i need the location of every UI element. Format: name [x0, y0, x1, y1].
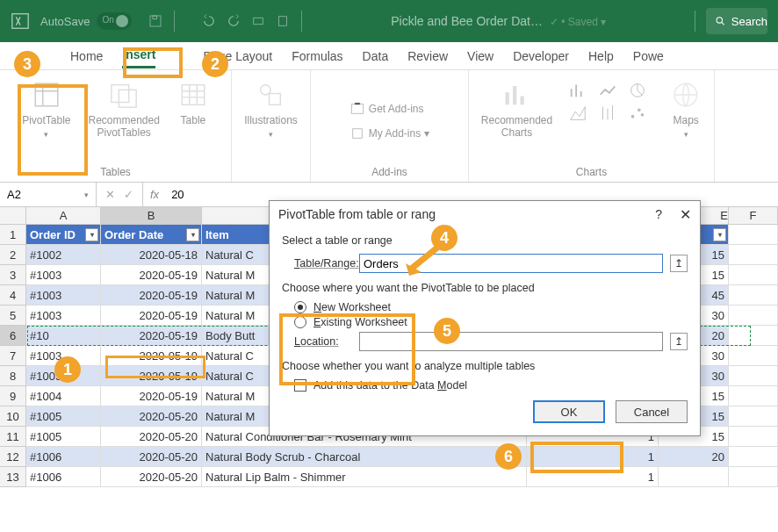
existing-worksheet-radio[interactable]: Existing Worksheet: [294, 316, 688, 328]
svg-rect-2: [153, 16, 157, 19]
chart-icon: [502, 80, 532, 110]
get-addins-button[interactable]: Get Add-ins: [342, 99, 431, 119]
tab-insert[interactable]: Insert: [122, 43, 155, 68]
table-header[interactable]: Order ID: [26, 225, 101, 245]
annotation-badge: 6: [495, 443, 522, 470]
cell[interactable]: 1: [527, 467, 659, 487]
tab-help[interactable]: Help: [588, 45, 614, 68]
cancel-button[interactable]: Cancel: [616, 400, 688, 423]
enter-formula-icon[interactable]: ✓: [124, 188, 133, 201]
cell[interactable]: 2020-05-20: [101, 406, 202, 427]
location-label: Location:: [282, 335, 352, 348]
svg-point-15: [631, 115, 635, 119]
tab-home[interactable]: Home: [70, 45, 103, 68]
autosave-toggle[interactable]: AutoSave On: [40, 12, 132, 30]
tab-review[interactable]: Review: [407, 45, 448, 68]
cell[interactable]: 2020-05-19: [101, 386, 202, 406]
area-chart-icon[interactable]: [568, 104, 587, 123]
table-header[interactable]: Order Date: [101, 225, 202, 245]
filter-icon[interactable]: [713, 228, 726, 241]
col-F[interactable]: F: [729, 207, 778, 225]
cell[interactable]: [659, 467, 729, 487]
cell[interactable]: 2020-05-19: [101, 265, 202, 285]
cell[interactable]: #1005: [26, 406, 101, 427]
ribbon: PivotTable▾ Recommended PivotTables Tabl…: [0, 70, 778, 183]
table-range-label: Table/Range:: [282, 257, 352, 270]
svg-rect-9: [182, 85, 205, 105]
col-B[interactable]: B: [101, 207, 202, 225]
tab-power[interactable]: Powe: [633, 45, 664, 68]
tab-view[interactable]: View: [467, 45, 493, 68]
cell[interactable]: 2020-05-20: [101, 427, 202, 447]
scatter-chart-icon[interactable]: [628, 104, 647, 123]
pie-chart-icon[interactable]: [628, 81, 647, 100]
my-addins-button[interactable]: My Add-ins ▾: [342, 124, 436, 143]
cell[interactable]: #1003: [26, 285, 101, 306]
cell[interactable]: #1004: [26, 386, 101, 406]
table-button[interactable]: Table: [169, 75, 218, 130]
document-title: Pickle and Bee Order Dat…✓ • Saved ▾: [313, 14, 684, 28]
cell[interactable]: #1003: [26, 265, 101, 285]
filter-icon[interactable]: [85, 228, 98, 241]
recommended-charts-button[interactable]: Recommended Charts: [472, 75, 561, 142]
line-chart-icon[interactable]: [598, 81, 617, 100]
formula-input[interactable]: [166, 188, 319, 201]
cell[interactable]: #1006: [26, 447, 101, 467]
fx-icon[interactable]: fx: [143, 188, 166, 201]
search-box[interactable]: Search: [706, 8, 767, 34]
cell[interactable]: #10: [26, 326, 101, 346]
illustrations-button[interactable]: Illustrations▾: [235, 75, 306, 142]
filter-icon[interactable]: [186, 228, 199, 241]
range-picker-icon[interactable]: ↥: [670, 255, 688, 272]
group-label-addins: Add-ins: [371, 166, 407, 178]
cell[interactable]: 1: [527, 447, 659, 467]
annotation-badge: 3: [14, 51, 40, 77]
range-picker-icon[interactable]: ↥: [670, 333, 688, 350]
redo-icon[interactable]: [226, 13, 241, 29]
bar-chart-icon[interactable]: [568, 81, 587, 100]
cell[interactable]: 2020-05-19: [101, 285, 202, 306]
save-icon[interactable]: [148, 13, 163, 29]
tab-data[interactable]: Data: [363, 45, 389, 68]
ok-button[interactable]: OK: [533, 400, 605, 423]
cell[interactable]: 2020-05-19: [101, 366, 202, 386]
svg-rect-1: [150, 16, 161, 26]
col-A[interactable]: A: [26, 207, 101, 225]
annotation-badge: 2: [202, 51, 228, 77]
new-worksheet-radio[interactable]: New Worksheet: [294, 301, 688, 313]
help-button[interactable]: ?: [655, 207, 662, 221]
undo-icon[interactable]: [201, 13, 217, 29]
cell[interactable]: 2020-05-19: [101, 346, 202, 366]
cell[interactable]: Natural Lip Balm - Shimmer: [202, 467, 527, 487]
annotation-badge: 5: [434, 318, 460, 344]
cell[interactable]: 2020-05-20: [101, 447, 202, 467]
more-icon[interactable]: [275, 13, 291, 29]
touch-icon[interactable]: [250, 13, 266, 29]
pivottable-icon: [32, 80, 61, 110]
tab-developer[interactable]: Developer: [513, 45, 569, 68]
tab-formulas[interactable]: Formulas: [292, 45, 342, 68]
maps-button[interactable]: Maps▾: [661, 75, 710, 142]
cell[interactable]: 2020-05-19: [101, 326, 202, 346]
data-model-checkbox[interactable]: Add this data to the Data Model: [294, 379, 688, 392]
svg-rect-13: [353, 128, 363, 138]
cell[interactable]: #1003: [26, 306, 101, 326]
cell[interactable]: Natural Body Scrub - Charcoal: [202, 447, 527, 467]
recommended-pivottables-button[interactable]: Recommended PivotTables: [80, 75, 169, 142]
cell[interactable]: #1002: [26, 245, 101, 265]
pivottable-button[interactable]: PivotTable▾: [13, 75, 79, 142]
cell[interactable]: 20: [659, 447, 729, 467]
cell[interactable]: 2020-05-20: [101, 467, 202, 487]
select-range-label: Select a table or range: [282, 234, 688, 247]
cell[interactable]: #1006: [26, 467, 101, 487]
cell[interactable]: 2020-05-18: [101, 245, 202, 265]
close-icon[interactable]: ✕: [680, 206, 691, 223]
name-box[interactable]: ▾: [0, 183, 97, 206]
stock-chart-icon[interactable]: [598, 104, 617, 123]
toggle-switch[interactable]: On: [97, 12, 132, 30]
cancel-formula-icon[interactable]: ✕: [105, 188, 115, 201]
location-input[interactable]: [359, 332, 663, 351]
cell[interactable]: 2020-05-19: [101, 306, 202, 326]
cell[interactable]: #1005: [26, 427, 101, 447]
addin-store-icon: [349, 101, 365, 117]
